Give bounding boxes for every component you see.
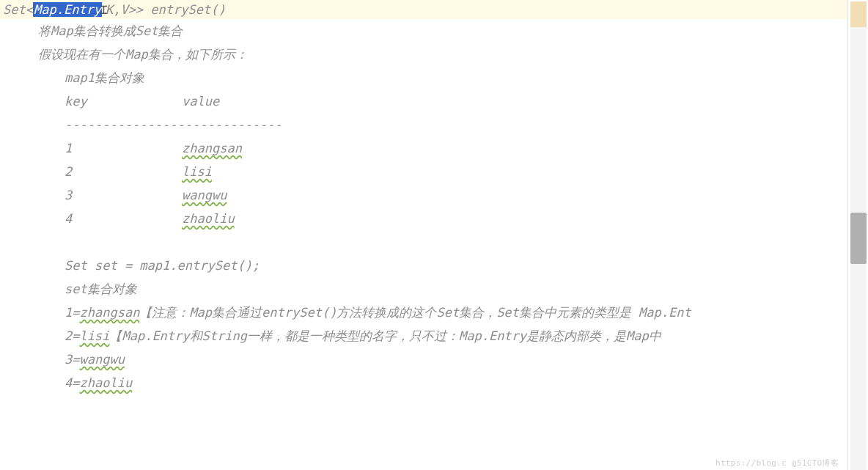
code-line[interactable]: 将Map集合转换成Set集合 [0,19,847,43]
entry-key: 1= [65,305,79,320]
separator: ----------------------------- [65,117,282,132]
entry-key: 4= [65,375,79,390]
code-line[interactable]: map1集合对象 [0,66,847,89]
scrollbar-thumb[interactable] [850,213,867,264]
code-line[interactable]: Set set = map1.entrySet(); [0,254,847,277]
vertical-scrollbar[interactable] [847,0,868,470]
table-row[interactable]: 2lisi [0,160,847,183]
text-selection[interactable]: Map.Entry [33,2,102,17]
row-value: wangwu [182,188,227,202]
code-text: 将Map集合转换成Set集合 [38,23,183,38]
entry-key: 2= [65,328,79,343]
code-text: map1集合对象 [65,70,144,85]
table-row[interactable]: 1zhangsan [0,136,847,160]
row-value: zhangsan [182,141,242,155]
code-line[interactable]: 3=wangwu [0,348,847,371]
code-line[interactable]: keyvalue [0,89,847,113]
entry-value: lisi [79,328,109,343]
note-text: 【注意：Map集合通过entrySet()方法转换成的这个Set集合，Set集合… [139,301,691,324]
code-text: set集合对象 [65,282,137,296]
row-key: 1 [65,136,182,160]
code-text: K,V>> entrySet() [106,2,226,17]
table-header-key: key [65,89,182,113]
row-value: lisi [182,164,212,179]
entry-value: zhaoliu [79,375,132,390]
code-line[interactable]: set集合对象 [0,277,847,301]
row-value: zhaoliu [182,211,235,226]
row-key: 3 [65,183,182,207]
table-row[interactable]: 4zhaoliu [0,207,847,230]
code-line[interactable]: ----------------------------- [0,113,847,136]
entry-key: 3= [65,352,79,367]
code-line[interactable]: 2=lisi 【Map.Entry和String一样，都是一种类型的名字，只不过… [0,324,847,348]
row-key: 4 [65,207,182,230]
row-key: 2 [65,160,182,183]
watermark-text: https://blog.c @51CTO博客 [716,458,839,469]
scrollbar-marker [850,1,867,27]
code-line[interactable]: 假设现在有一个Map集合，如下所示： [0,43,847,66]
code-editor[interactable]: Set<Map.Entry⌶K,V>> entrySet() 将Map集合转换成… [0,0,847,470]
entry-value: wangwu [79,352,124,367]
table-header-value: value [182,94,219,109]
code-line[interactable]: 4=zhaoliu [0,371,847,394]
table-row[interactable]: 3wangwu [0,183,847,207]
code-text: Set set = map1.entrySet(); [65,258,260,273]
code-line[interactable]: 1=zhangsan 【注意：Map集合通过entrySet()方法转换成的这个… [0,301,847,324]
blank-line[interactable] [0,230,847,254]
code-text: 假设现在有一个Map集合，如下所示： [38,47,248,62]
entry-value: zhangsan [79,305,139,320]
current-line-highlight[interactable]: Set<Map.Entry⌶K,V>> entrySet() [0,0,847,19]
note-text: 【Map.Entry和String一样，都是一种类型的名字，只不过：Map.En… [109,324,661,348]
code-text: Set< [3,2,33,17]
